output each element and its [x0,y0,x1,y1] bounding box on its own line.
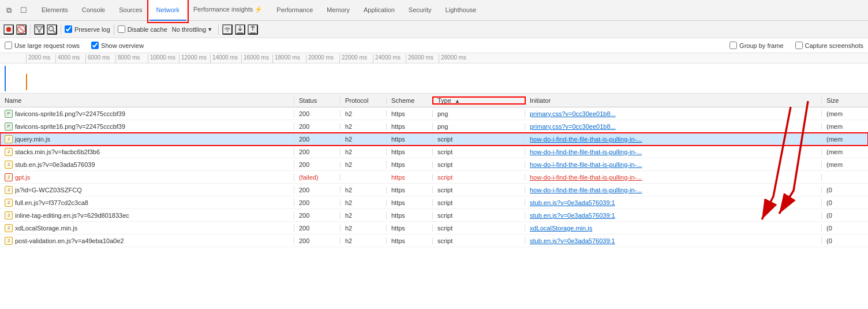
devtools-dock-button[interactable]: ☐ [17,4,30,17]
row-name: J xdLocalStorage.min.js [0,224,294,232]
header-protocol[interactable]: Protocol [341,97,387,104]
header-scheme[interactable]: Scheme [387,97,433,104]
tab-performance-insights[interactable]: Performance insights ⚡ [186,0,270,21]
row-initiator: how-do-i-find-the-file-that-is-pulling-i… [525,148,822,155]
tab-sources[interactable]: Sources [112,0,149,21]
table-row[interactable]: P favicons-sprite16.png?v=22475cccbf39 2… [0,120,868,133]
tab-console[interactable]: Console [75,0,112,21]
row-type: script [433,148,525,155]
table-header: Name Status Protocol Scheme Type ▲ Initi… [0,94,868,107]
tick-22000: 22000 ms [339,54,367,64]
tab-memory[interactable]: Memory [320,0,357,21]
row-name: P favicons-sprite16.png?v=22475cccbf39 [0,122,294,131]
throttling-select[interactable]: No throttling ▼ [170,25,215,34]
show-overview-option[interactable]: Show overview [91,42,144,49]
tab-application[interactable]: Application [357,0,402,21]
header-initiator[interactable]: Initiator [525,97,822,104]
row-type: script [433,237,525,244]
row-initiator: how-do-i-find-the-file-that-is-pulling-i… [525,174,822,181]
table-row[interactable]: J inline-tag-editing.en.js?v=629d801833e… [0,209,868,222]
disable-cache-checkbox[interactable] [118,25,125,33]
toolbar-divider-3 [114,24,114,35]
row-name: J stacks.min.js?v=facbc6b2f3b6 [0,148,294,156]
header-size[interactable]: Size [822,97,868,104]
row-status: 200 [294,110,341,117]
row-status: (failed) [294,174,341,181]
row-scheme: https [387,187,433,193]
group-by-frame-checkbox[interactable] [729,42,737,49]
png-icon: P [5,110,13,118]
row-scheme: https [387,225,433,232]
row-status: 200 [294,225,341,232]
row-protocol: h2 [341,148,387,155]
row-scheme: https [387,123,433,130]
wifi-icon[interactable] [222,24,233,35]
header-name[interactable]: Name [0,97,294,104]
tick-8000: 8000 ms [115,54,140,64]
clear-button[interactable]: 🚫 [16,24,27,35]
row-status: 200 [294,237,341,244]
row-type: script [433,212,525,219]
import-button[interactable] [235,24,245,35]
tick-28000: 28000 ms [439,54,466,64]
preserve-log-label[interactable]: Preserve log [65,25,110,33]
row-status: 200 [294,148,341,155]
header-type[interactable]: Type ▲ [433,97,525,104]
tab-lighthouse[interactable]: Lighthouse [439,0,484,21]
js-icon: J [5,148,13,156]
timeline[interactable]: 2000 ms 4000 ms 6000 ms 8000 ms 10000 ms… [0,53,868,94]
row-name: J full.en.js?v=f377cd2c3ca8 [0,199,294,207]
preserve-log-checkbox[interactable] [65,25,72,33]
row-size: (0 [822,237,868,244]
tick-4000: 4000 ms [55,54,80,64]
throttling-dropdown-icon: ▼ [207,27,212,32]
search-button[interactable] [47,24,57,35]
row-size: (0 [822,212,868,219]
devtools-controls: ⧉ ☐ [2,4,35,17]
row-size: (0 [822,187,868,193]
record-button[interactable]: ⏺ [3,24,14,35]
export-button[interactable] [248,24,258,35]
network-table: P favicons-sprite16.png?v=22475cccbf39 2… [0,107,868,309]
filter-button[interactable] [34,24,44,35]
row-size: (0 [822,199,868,206]
row-type: script [433,161,525,168]
row-scheme: https [387,237,433,244]
large-rows-checkbox[interactable] [5,42,12,49]
row-type: png [433,123,525,130]
table-row[interactable]: J stub.en.js?v=0e3ada576039 200 h2 https… [0,158,868,171]
capture-screenshots-option[interactable]: Capture screenshots [795,42,864,49]
table-row[interactable]: J full.en.js?v=f377cd2c3ca8 200 h2 https… [0,196,868,209]
tab-performance[interactable]: Performance [270,0,320,21]
row-type: script [433,187,525,193]
table-row[interactable]: J gpt.js (failed) https script how-do-i-… [0,171,868,184]
row-scheme: https [387,110,433,117]
table-row[interactable]: J stacks.min.js?v=facbc6b2f3b6 200 h2 ht… [0,146,868,158]
table-row[interactable]: J post-validation.en.js?v=a49eba10a0e2 2… [0,234,868,247]
disable-cache-label[interactable]: Disable cache [118,25,167,33]
row-initiator: primary.css?v=0cc30ee01b8... [525,123,822,130]
row-status: 200 [294,187,341,193]
show-overview-checkbox[interactable] [91,42,99,49]
row-initiator: stub.en.js?v=0e3ada576039:1 [525,212,822,219]
timeline-ruler: 2000 ms 4000 ms 6000 ms 8000 ms 10000 ms… [0,53,868,64]
js-icon: J [5,199,13,207]
load-marker [26,74,27,90]
row-scheme: https [387,212,433,219]
header-status[interactable]: Status [294,97,341,104]
toolbar-divider-1 [30,24,31,35]
tab-security[interactable]: Security [402,0,439,21]
options-row: Use large request rows Show overview Gro… [0,38,868,53]
large-rows-option[interactable]: Use large request rows [5,42,80,49]
tab-network[interactable]: Network [149,0,186,21]
table-row[interactable]: P favicons-sprite16.png?v=22475cccbf39 2… [0,107,868,120]
table-row[interactable]: J xdLocalStorage.min.js 200 h2 https scr… [0,222,868,234]
table-row[interactable]: J js?id=G-WCZ03SZFCQ 200 h2 https script… [0,184,868,196]
row-scheme: https [387,148,433,155]
toolbar-divider-4 [218,24,219,35]
tab-elements[interactable]: Elements [35,0,75,21]
devtools-position-button[interactable]: ⧉ [2,4,15,17]
table-row[interactable]: J jquery.min.js 200 h2 https script how-… [0,133,868,146]
group-by-frame-option[interactable]: Group by frame [729,42,783,49]
capture-screenshots-checkbox[interactable] [795,42,803,49]
